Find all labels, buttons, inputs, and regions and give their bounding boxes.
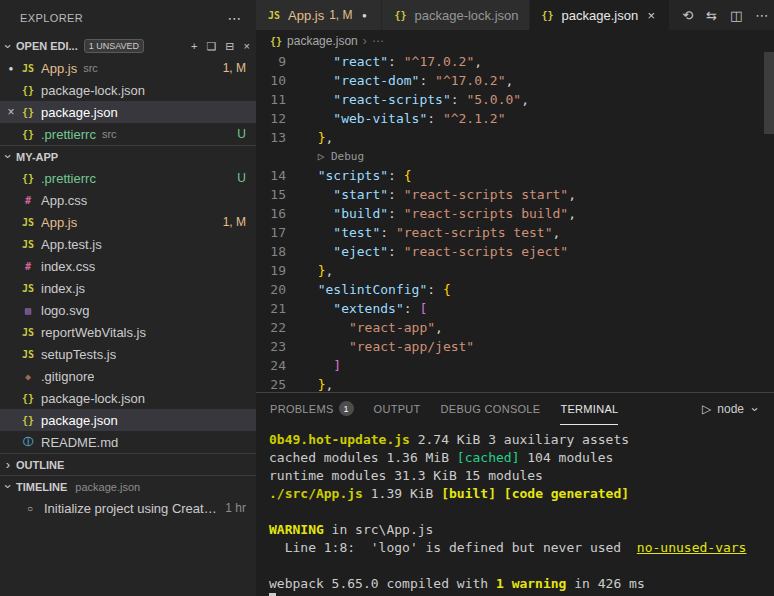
code-token [302,261,318,280]
scrollbar-thumb[interactable] [764,52,774,134]
panel-tab-terminal[interactable]: TERMINAL [560,393,618,425]
code-token: "scripts" [318,166,388,185]
file-name: .prettierrc [41,127,96,142]
code-line: 24 ] [256,356,774,375]
history-icon[interactable]: ⟲ [682,8,693,23]
file-path: src [102,128,117,140]
breadcrumb-more[interactable]: ⋯ [372,34,384,48]
debug-codelens[interactable]: Debug [324,147,364,166]
file-name: index.css [41,259,95,274]
file-item[interactable]: JSindex.js [0,277,256,299]
code-token: , [552,223,560,242]
file-item[interactable]: JSApp.test.js [0,233,256,255]
code-token: : [388,52,404,71]
save-all-icon[interactable]: ⊟ [225,40,234,53]
breadcrumb-file[interactable]: package.json [287,34,358,48]
code-token: : [404,299,420,318]
code-token: "start" [333,185,388,204]
bottom-panel: PROBLEMS1OUTPUTDEBUG CONSOLETERMINAL ▷ n… [256,392,774,596]
modified-dot-icon[interactable]: ● [2,64,20,73]
editor-layout-icon[interactable]: ❏ [206,40,216,53]
chevron-down-icon[interactable]: › [748,404,763,414]
panel-header: PROBLEMS1OUTPUTDEBUG CONSOLETERMINAL ▷ n… [256,393,774,425]
file-item[interactable]: #index.css [0,255,256,277]
code-token [302,90,333,109]
file-item[interactable]: #App.css [0,189,256,211]
code-line: 11 "react-scripts": "5.0.0", [256,90,774,109]
info-file-icon: ⓘ [20,435,36,449]
panel-tab-output[interactable]: OUTPUT [374,393,421,425]
git-file-icon: ◆ [20,371,36,382]
code-token: "5.0.0" [466,90,521,109]
close-icon[interactable]: × [2,105,20,119]
vscode-window: EXPLORER ⋯ › OPEN EDI... 1 UNSAVED +❏⊟× … [0,0,774,596]
timeline-item[interactable]: ○Initialize project using Create ...1 hr [0,497,256,519]
file-item[interactable]: JSreportWebVitals.js [0,321,256,343]
file-item[interactable]: ▧logo.svg [0,299,256,321]
terminal-text: 1.39 KiB [363,486,441,501]
open-editor-item[interactable]: ●JSApp.jssrc1, M [0,57,256,79]
tab-App.js[interactable]: JSApp.js1, M● [256,0,382,30]
split-editor-icon[interactable]: ◫ [730,8,742,23]
js-file-icon: JS [20,239,36,250]
panel-tab-problems[interactable]: PROBLEMS1 [270,393,354,425]
terminal-profile[interactable]: ▷ node › [702,393,760,425]
editor-scrollbar[interactable] [764,52,774,392]
file-name: .prettierrc [41,171,96,186]
code-token: "react-scripts build" [404,204,568,223]
open-editor-item[interactable]: ×{}package.json [0,101,256,123]
file-path: src [83,62,98,74]
open-editor-item[interactable]: {}package-lock.json [0,79,256,101]
views-more-actions-icon[interactable]: ⋯ [228,10,242,26]
open-editors-header[interactable]: › OPEN EDI... 1 UNSAVED +❏⊟× [0,35,256,57]
line-number: 25 [256,375,302,392]
outline-header[interactable]: › OUTLINE [0,453,256,475]
file-item[interactable]: {}package-lock.json [0,387,256,409]
line-number: 16 [256,204,302,223]
file-item[interactable]: JSsetupTests.js [0,343,256,365]
tab-package-lock.json[interactable]: {}package-lock.json [382,0,529,30]
file-name: App.test.js [41,237,102,252]
code-line: 10 "react-dom": "^17.0.2", [256,71,774,90]
open-editor-item[interactable]: {}.prettierrcsrcU [0,123,256,145]
line-number: 14 [256,166,302,185]
code-token: , [506,71,514,90]
line-number: 21 [256,299,302,318]
chevron-down-icon: › [1,38,16,54]
svg-file-icon: ▧ [20,305,36,316]
new-file-icon[interactable]: + [191,40,197,53]
chevron-right-icon: › [0,457,16,472]
file-item[interactable]: ◆.gitignore [0,365,256,387]
eslint-rule-link[interactable]: no-unused-vars [637,540,747,555]
terminal-output[interactable]: 0b49.hot-update.js 2.74 KiB 3 auxiliary … [256,425,774,596]
code-token [302,109,333,128]
code-editor[interactable]: 9 "react": "^17.0.2",10 "react-dom": "^1… [256,52,774,392]
code-token: "react-scripts eject" [404,242,568,261]
code-token: , [521,90,529,109]
compare-icon[interactable]: ⇆ [706,8,717,23]
debug-codelens-icon[interactable]: ▷ [318,147,325,166]
terminal-text: runtime modules 31.3 KiB 15 modules [269,468,543,483]
breadcrumb[interactable]: {} package.json › ⋯ [256,30,774,52]
tab-package.json[interactable]: {}package.json× [530,0,671,30]
code-token: "react-scripts test" [396,223,553,242]
folder-header[interactable]: › MY-APP [0,145,256,167]
code-token: : [388,242,404,261]
timeline-header[interactable]: › TIMELINE package.json [0,475,256,497]
file-item[interactable]: JSApp.js1, M [0,211,256,233]
file-item[interactable]: ⓘREADME.md [0,431,256,453]
more-actions-icon[interactable]: ⋯ [755,8,768,23]
launch-profile-icon[interactable]: ▷ [702,402,711,416]
file-item[interactable]: {}package.json [0,409,256,431]
chevron-down-icon: › [1,479,16,495]
code-token: , [325,375,333,392]
panel-tab-debug-console[interactable]: DEBUG CONSOLE [441,393,541,425]
file-item[interactable]: {}.prettierrcU [0,167,256,189]
code-token: { [404,166,412,185]
close-all-icon[interactable]: × [244,40,250,53]
line-number: 18 [256,242,302,261]
chevron-down-icon: › [1,149,16,165]
js-file-icon: JS [20,283,36,294]
file-name: logo.svg [41,303,89,318]
close-icon[interactable]: × [643,8,659,23]
